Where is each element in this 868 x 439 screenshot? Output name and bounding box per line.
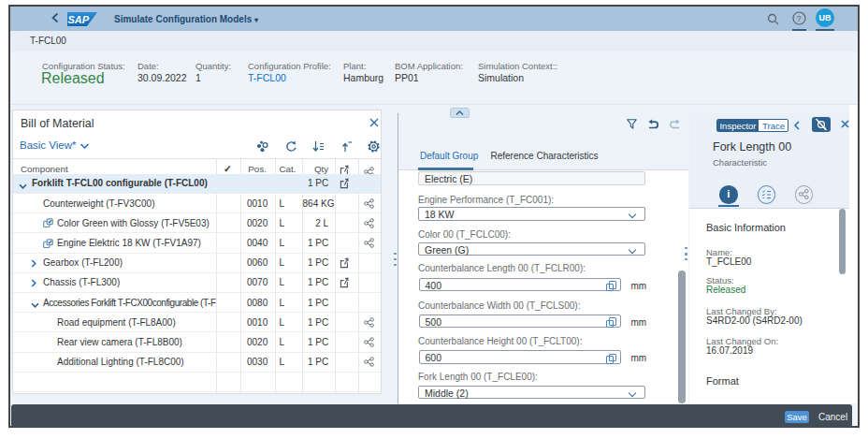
svg-text:?: ? [797, 14, 802, 23]
svg-text:SAP: SAP [68, 14, 90, 25]
